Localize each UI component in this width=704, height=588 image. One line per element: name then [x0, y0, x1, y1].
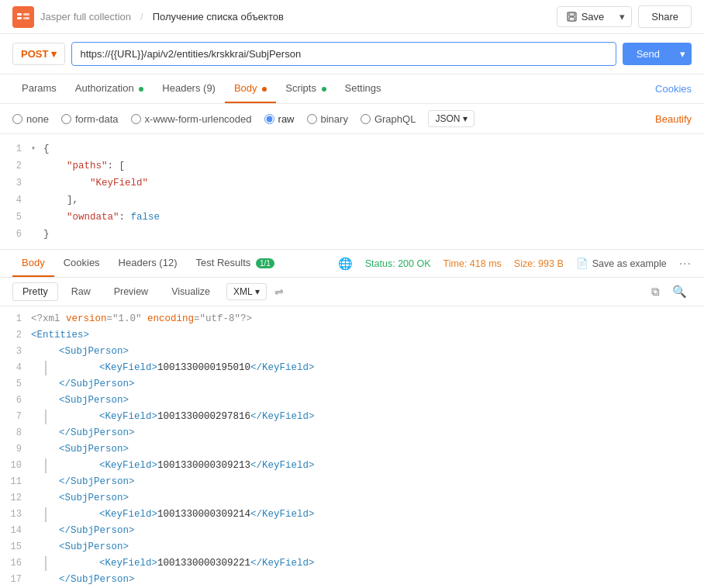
- request-title: Получение списка объектов: [153, 11, 284, 22]
- xml-content: <SubjPerson>: [36, 393, 704, 408]
- radio-urlencoded-input[interactable]: [131, 114, 141, 124]
- svg-rect-2: [23, 13, 29, 16]
- radio-raw-input[interactable]: [264, 114, 274, 124]
- resp-tab-test-results[interactable]: Test Results 1/1: [186, 250, 283, 277]
- tab-scripts[interactable]: Scripts: [276, 74, 335, 103]
- resp-tab-cookies[interactable]: Cookies: [54, 250, 109, 277]
- tab-settings[interactable]: Settings: [336, 74, 391, 103]
- more-options-button[interactable]: ···: [679, 257, 692, 271]
- code-line: 6}: [0, 226, 704, 243]
- xml-line: 2<Entities>: [0, 327, 704, 344]
- svg-rect-1: [17, 17, 22, 19]
- line-number: 3: [0, 175, 31, 191]
- xml-content: <KeyField>1001330000297816</KeyField>: [53, 410, 704, 424]
- radio-none[interactable]: none: [12, 113, 49, 125]
- fmt-tab-raw[interactable]: Raw: [61, 282, 101, 301]
- xml-content: <SubjPerson>: [36, 491, 704, 506]
- app-logo: [12, 6, 34, 28]
- xml-line: 12 <SubjPerson>: [0, 490, 704, 507]
- tab-body[interactable]: Body: [225, 74, 276, 103]
- json-format-select[interactable]: JSON ▾: [428, 110, 475, 127]
- fmt-tab-visualize[interactable]: Visualize: [161, 282, 220, 301]
- save-button[interactable]: Save: [557, 7, 614, 26]
- save-example-button[interactable]: 📄 Save as example: [576, 258, 667, 269]
- xml-line: 4 <KeyField>1001330000195010</KeyField>: [0, 360, 704, 376]
- url-input[interactable]: [71, 42, 616, 66]
- status-ok: Status: 200 OK: [365, 258, 431, 269]
- fmt-tab-preview[interactable]: Preview: [104, 282, 158, 301]
- save-button-group[interactable]: Save ▾: [557, 6, 633, 27]
- line-number: 5: [0, 209, 31, 225]
- radio-graphql-input[interactable]: [361, 114, 371, 124]
- xml-indent-bar: [31, 361, 53, 375]
- send-button-group[interactable]: Send ▾: [623, 43, 692, 65]
- copy-button[interactable]: ⧉: [647, 283, 664, 300]
- line-content: ],: [43, 192, 704, 208]
- authorization-dot: [139, 87, 143, 92]
- xml-line: 7 <KeyField>1001330000297816</KeyField>: [0, 409, 704, 425]
- radio-raw[interactable]: raw: [264, 113, 295, 125]
- send-button[interactable]: Send: [623, 43, 674, 65]
- collection-name[interactable]: Jasper full collection: [40, 11, 131, 22]
- share-button[interactable]: Share: [638, 5, 692, 28]
- line-content: "paths": [: [43, 158, 704, 174]
- xml-line: 9 <SubjPerson>: [0, 441, 704, 458]
- line-fold-arrow[interactable]: ▾: [31, 141, 43, 157]
- radio-graphql[interactable]: GraphQL: [361, 113, 416, 125]
- fmt-tab-pretty[interactable]: Pretty: [12, 282, 58, 301]
- xml-line-number: 14: [0, 524, 31, 538]
- svg-rect-5: [569, 12, 575, 16]
- resp-tab-body[interactable]: Body: [12, 250, 54, 277]
- xml-line-number: 17: [0, 572, 31, 587]
- xml-content: <SubjPerson>: [36, 344, 704, 359]
- send-dropdown-arrow[interactable]: ▾: [674, 43, 692, 65]
- xml-content: </SubjPerson>: [36, 426, 704, 441]
- tab-authorization[interactable]: Authorization: [66, 74, 154, 103]
- xml-line-number: 13: [0, 507, 31, 522]
- beautify-button[interactable]: Beautify: [655, 112, 692, 126]
- radio-form-data-input[interactable]: [61, 114, 71, 124]
- xml-content: <SubjPerson>: [36, 442, 704, 457]
- tab-params[interactable]: Params: [12, 74, 66, 103]
- xml-content: <KeyField>1001330000309221</KeyField>: [53, 556, 704, 571]
- globe-icon: 🌐: [338, 257, 353, 271]
- radio-none-input[interactable]: [12, 114, 22, 124]
- xml-line: 10 <KeyField>1001330000309213</KeyField>: [0, 458, 704, 474]
- status-size: Size: 993 B: [514, 258, 564, 269]
- xml-line: 3 <SubjPerson>: [0, 344, 704, 360]
- radio-urlencoded[interactable]: x-www-form-urlencoded: [131, 113, 252, 125]
- code-line: 3 "KeyField": [0, 175, 704, 192]
- xml-content: <Entities>: [31, 328, 704, 343]
- search-button[interactable]: 🔍: [668, 283, 692, 300]
- xml-line-number: 5: [0, 377, 31, 392]
- xml-line-number: 12: [0, 491, 31, 506]
- radio-binary-input[interactable]: [307, 114, 317, 124]
- body-dot: [262, 87, 267, 92]
- radio-binary[interactable]: binary: [307, 113, 348, 125]
- xml-indent-bar: [31, 556, 53, 571]
- scripts-dot: [322, 87, 326, 92]
- resp-tab-headers[interactable]: Headers (12): [109, 250, 187, 277]
- xml-content: <KeyField>1001330000309213</KeyField>: [53, 458, 704, 473]
- xml-line: 1<?xml version="1.0" encoding="utf-8"?>: [0, 311, 704, 327]
- xml-line-number: 16: [0, 556, 31, 571]
- response-tabs-row: Body Cookies Headers (12) Test Results 1…: [0, 250, 704, 278]
- tab-headers[interactable]: Headers (9): [153, 74, 225, 103]
- line-content: }: [43, 227, 704, 242]
- xml-line-number: 8: [0, 426, 31, 441]
- xml-output[interactable]: 1<?xml version="1.0" encoding="utf-8"?>2…: [0, 306, 704, 587]
- method-select[interactable]: POST ▾: [12, 43, 65, 65]
- xml-content: <SubjPerson>: [36, 540, 704, 555]
- radio-form-data[interactable]: form-data: [61, 113, 119, 125]
- xml-line-number: 9: [0, 442, 31, 457]
- xml-format-select[interactable]: XML ▾: [226, 283, 267, 300]
- cookies-link[interactable]: Cookies: [655, 75, 692, 102]
- request-body-editor[interactable]: 1▾{2 "paths": [3 "KeyField"4 ],5 "owndat…: [0, 134, 704, 250]
- xml-content: </SubjPerson>: [36, 377, 704, 392]
- save-dropdown-arrow[interactable]: ▾: [613, 7, 631, 26]
- svg-rect-0: [17, 13, 22, 16]
- wrap-icon[interactable]: ⇌: [274, 285, 284, 298]
- method-value: POST: [21, 48, 48, 60]
- xml-line: 6 <SubjPerson>: [0, 393, 704, 409]
- line-number: 4: [0, 192, 31, 208]
